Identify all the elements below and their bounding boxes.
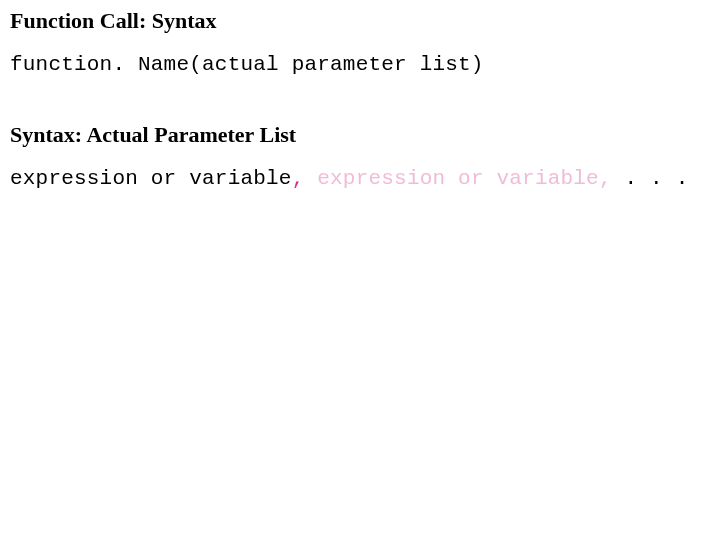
param-expr-1: expression or variable (10, 167, 292, 190)
code-function-call: function. Name(actual parameter list) (10, 52, 710, 77)
param-expr-2: expression or variable, (317, 167, 624, 190)
heading-actual-parameter-list: Syntax: Actual Parameter List (10, 122, 710, 148)
ellipsis: . . . (625, 167, 689, 190)
heading-function-call-syntax: Function Call: Syntax (10, 8, 710, 34)
comma-separator-1: , (292, 167, 318, 190)
code-parameter-list: expression or variable, expression or va… (10, 166, 710, 191)
